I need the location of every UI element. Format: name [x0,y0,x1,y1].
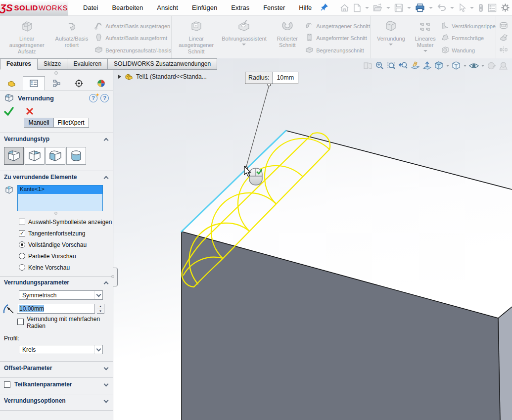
menu-datei[interactable]: Datei [78,2,103,13]
boundary-cut-button[interactable]: Begrenzungsschnitt [305,45,370,56]
propertymanager-tab[interactable] [23,76,45,91]
zoom-fit-icon[interactable] [374,60,385,72]
radius-input[interactable]: 10.00mm [17,304,95,314]
linear-pattern-button[interactable]: Lineares Muster [411,18,440,58]
feature-tree-root[interactable]: Teil1 (Standard<<Standa... [118,73,207,80]
task-pane-icon[interactable] [486,2,498,13]
hole-wizard-caret[interactable] [242,44,246,46]
listbox-resize-handle[interactable] [0,211,113,216]
section-view-icon[interactable] [410,60,421,72]
configurationmanager-tab[interactable] [45,76,67,91]
tab-skizze[interactable]: Skizze [38,58,67,70]
mirror-button[interactable] [499,45,508,56]
hole-wizard-button[interactable]: Bohrungsassistent [219,18,269,58]
menu-hilfe[interactable]: Hilfe [294,2,317,13]
save-caret[interactable] [407,7,411,9]
tree-expand-arrow-icon[interactable] [118,74,122,79]
open-icon[interactable] [372,2,384,13]
previous-view-icon[interactable] [398,60,409,72]
print-caret[interactable] [429,7,433,9]
dropdown-caret-icon[interactable] [94,345,102,354]
print-icon[interactable] [414,2,426,13]
touch-mode-icon[interactable] [476,2,485,13]
collapse-chevron-icon[interactable] [104,281,109,286]
menu-extras[interactable]: Extras [226,2,254,13]
swept-boss-button[interactable]: Aufsatz/Basis ausgetragen [94,20,171,32]
spinner-down-button[interactable]: ▼ [97,309,104,314]
fillet-parameters-section-header[interactable]: Verrundungsparameter [0,277,113,288]
displaymanager-tab[interactable] [90,76,112,91]
whole-drawing-icon[interactable] [362,60,373,72]
whats-new-help-icon[interactable]: ?✦ [89,94,97,102]
menu-fenster[interactable]: Fenster [258,2,290,13]
expand-chevron-icon[interactable] [104,381,109,386]
fillet-options-section-header[interactable]: Verrundungsoptionen [0,394,113,407]
dropdown-caret-icon[interactable] [94,291,102,299]
multiple-radius-option[interactable]: Verrundung mit mehrfachen Radien [0,315,113,332]
swept-cut-button[interactable]: Ausgetragener Schnitt [305,20,370,32]
rib-button[interactable]: Verstärkungsrippe [441,20,496,32]
intersect-button[interactable] [499,32,508,44]
view-orientation-icon[interactable] [433,60,445,72]
select-caret[interactable] [470,7,474,9]
manuell-mode-button[interactable]: Manuell [24,118,53,128]
show-selection-toolbar-option[interactable]: Auswahl-Symbolleiste anzeigen [0,216,113,228]
tab-features[interactable]: Features [0,58,38,70]
spinner-up-button[interactable]: ▲ [97,304,104,309]
filletxpert-mode-button[interactable]: FilletXpert [53,118,89,128]
help-icon[interactable]: ? [100,94,109,102]
display-style-icon[interactable] [451,60,462,72]
expand-chevron-icon[interactable] [104,398,109,403]
save-icon[interactable] [393,2,405,13]
extruded-cut-button[interactable]: Linear ausgetragener Schnitt [176,18,217,58]
graphics-area[interactable]: Teil1 (Standard<<Standa... Radius: 10mm [113,58,512,420]
select-cursor-icon[interactable] [457,2,467,13]
tab-evaluieren[interactable]: Evaluieren [67,58,108,70]
selected-edge-item[interactable]: Kante<1> [18,186,102,194]
normal-to-icon[interactable] [421,60,433,72]
symmetry-dropdown[interactable]: Symmetrisch [19,290,103,300]
tangent-propagation-checkbox[interactable]: ✓ [19,230,25,236]
fillet-type-section-header[interactable]: Verrundungstyp [0,133,113,145]
partial-preview-option[interactable]: Partielle Vorschau [0,250,113,262]
multiple-radius-checkbox[interactable] [17,319,24,325]
panel-splitter[interactable] [0,70,113,76]
boundary-boss-button[interactable]: Begrenzungsaufsatz/-basis [94,45,171,56]
undo-icon[interactable] [435,2,448,13]
show-selection-toolbar-checkbox[interactable] [19,219,25,225]
fillet-type-constant-button[interactable] [4,147,24,165]
tree-root-label[interactable]: Teil1 (Standard<<Standa... [136,73,207,80]
no-preview-radio[interactable] [19,264,25,271]
extruded-boss-button[interactable]: Linear ausgetragener Aufsatz [5,18,48,58]
expand-chevron-icon[interactable] [104,365,109,370]
linear-pattern-caret[interactable] [423,50,427,52]
zoom-area-icon[interactable] [386,60,397,72]
fillet-button[interactable]: Verrundung [372,18,410,58]
partial-preview-radio[interactable] [19,253,25,259]
tangent-propagation-option[interactable]: ✓ Tangentenfortsetzung [0,228,113,239]
pin-menu-icon[interactable] [321,3,328,12]
radius-callout-value[interactable]: 10mm [273,72,298,84]
apply-scene-icon[interactable] [498,60,509,72]
undo-caret[interactable] [450,7,454,9]
revolved-cut-button[interactable]: Rotierter Schnitt [272,18,304,58]
items-section-header[interactable]: Zu verrundende Elemente [0,171,113,183]
view-orientation-caret[interactable] [446,65,449,67]
full-preview-option[interactable]: Vollständige Vorschau [0,239,113,250]
full-preview-radio[interactable] [19,241,25,248]
new-document-icon[interactable] [352,2,363,13]
lofted-boss-button[interactable]: Aufsatz/Basis ausgeformt [94,32,171,44]
featuremanager-tab[interactable] [0,76,23,91]
hide-show-items-icon[interactable] [468,60,480,72]
fillet-type-full-button[interactable] [66,147,86,165]
display-style-caret[interactable] [464,65,466,67]
hide-show-caret[interactable] [481,65,484,67]
menu-ansicht[interactable]: Ansicht [152,2,183,13]
menu-einfuegen[interactable]: Einfügen [187,2,222,13]
part-side-face[interactable] [498,307,512,420]
model-view[interactable] [113,58,512,420]
options-gear-icon[interactable] [499,2,512,13]
fillet-caret[interactable] [389,44,393,46]
home-icon[interactable] [338,2,351,13]
collapse-chevron-icon[interactable] [104,176,109,181]
